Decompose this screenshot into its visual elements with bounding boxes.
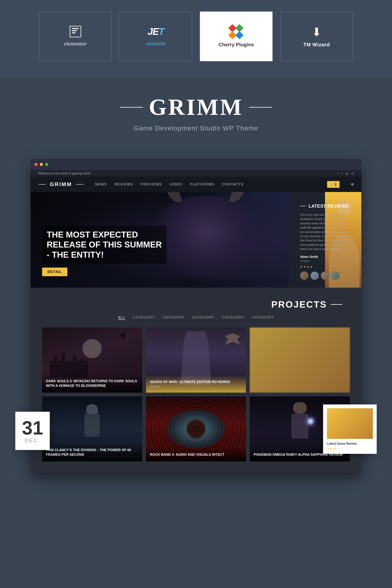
moon-circle (82, 339, 102, 358)
avatar-3[interactable] (321, 272, 329, 280)
browser-dot-yellow (40, 163, 43, 166)
nav-previews[interactable]: PREVIEWS (141, 182, 162, 186)
bat-silhouette (112, 331, 134, 350)
social-facebook[interactable]: f (338, 172, 338, 175)
right-preview-image (327, 408, 373, 439)
hero-subtitle: Game Development Studio WP Theme (15, 124, 377, 132)
warrior-figure (84, 404, 100, 436)
browser-dot-green (45, 163, 48, 166)
gears-name: GEARS OF WAR: ULTIMATE EDITION REVIEWED (150, 380, 242, 384)
floating-date-card: 31 DEC. (15, 412, 50, 450)
logo-line-right (76, 184, 84, 184)
tm-wizard-label: TM Wizard (304, 42, 330, 48)
elementor-plugin-card[interactable]: elementor (39, 12, 112, 61)
right-preview-stars: ★★★★☆ (327, 447, 373, 450)
dark-souls-overlay: DARK SOULS 3: MIYAZAKI RETURNS TO DARK S… (42, 374, 142, 392)
project-division[interactable]: TOM CLANCY'S THE DIVISION – THE POWER OF… (42, 396, 142, 462)
division-name: TOM CLANCY'S THE DIVISION – THE POWER OF… (46, 448, 138, 457)
project-rockband[interactable]: ROCK BAND 4: AUDIO AND VISUALS INTACT (146, 396, 246, 462)
date-number: 31 (22, 418, 43, 437)
site-menu: NEWS REVIEWS PREVIEWS VIDEO PLATFORMS CO… (95, 182, 316, 186)
cart-button[interactable]: 🛒 2 (327, 181, 340, 188)
dark-souls-name: DARK SOULS 3: MIYAZAKI RETURNS TO DARK S… (46, 379, 138, 388)
nav-platforms[interactable]: PLATFORMS (190, 182, 214, 186)
projects-grid: DARK SOULS 3: MIYAZAKI RETURNS TO DARK S… (42, 328, 350, 462)
hero-title-section: GRIMM Game Development Studio WP Theme (0, 76, 392, 147)
tm-download-icon: ⬇ (312, 25, 321, 39)
gears-category: Designar (150, 385, 242, 388)
cherry-plugins-card[interactable]: Cherry Plugins (200, 12, 272, 61)
site-welcome-bar: Welcome to the world of gaming news! f t… (30, 170, 362, 177)
cherry-label: Cherry Plugins (218, 42, 254, 48)
reviewer-name: Adam Smith (300, 255, 350, 258)
browser-toolbar (30, 159, 362, 170)
hero-divider: GRIMM (15, 96, 377, 119)
rockband-overlay: ROCK BAND 4: AUDIO AND VISUALS INTACT (146, 448, 246, 462)
hero-detail-button[interactable]: DETAIL (42, 268, 68, 276)
elementor-label: elementor (64, 40, 87, 47)
hero-line-left (120, 107, 143, 108)
gears-overlay: GEARS OF WAR: ULTIMATE EDITION REVIEWED … (146, 375, 246, 392)
project-gears[interactable]: GEARS OF WAR: ULTIMATE EDITION REVIEWED … (146, 328, 246, 392)
hero-slider: THE MOST EXPECTED RELEASE OF THIS SUMMER… (30, 192, 362, 288)
division-overlay: TOM CLANCY'S THE DIVISION – THE POWER OF… (42, 443, 142, 462)
projects-filter: ALL CATEGORY CATEGORY CATEGORY CATEGORY … (42, 316, 350, 320)
jet-icon: JET (148, 26, 164, 37)
social-instagram[interactable]: in (352, 172, 354, 175)
browser-dot-red (34, 163, 38, 166)
nav-contacts[interactable]: CONTACTS (222, 182, 244, 186)
site-logo[interactable]: GRIMM (38, 181, 84, 188)
filter-cat5[interactable]: CATEGORY (252, 316, 274, 320)
avatar-1[interactable] (300, 272, 308, 280)
logo-text: GRIMM (50, 181, 72, 188)
projects-title: PROJECTS (271, 299, 327, 310)
nav-news[interactable]: NEWS (95, 182, 107, 186)
jet-label: elements (146, 40, 166, 47)
filter-cat4[interactable]: CATEGORY (222, 316, 244, 320)
filter-cat2[interactable]: CATEGORY (163, 316, 185, 320)
projects-title-line (331, 304, 342, 305)
projects-header: PROJECTS (42, 299, 350, 310)
cart-count: 2 (335, 183, 336, 186)
filter-cat3[interactable]: CATEGORY (192, 316, 214, 320)
hero-content: THE MOST EXPECTED RELEASE OF THIS SUMMER… (42, 226, 166, 276)
rockband-name: ROCK BAND 4: AUDIO AND VISUALS INTACT (150, 452, 242, 457)
nav-video[interactable]: VIDEO (170, 182, 182, 186)
browser-mockup: Welcome to the world of gaming news! f t… (30, 159, 362, 473)
plugins-section: elementor JET elements Cherry Plugins ⬇ … (0, 0, 392, 76)
reviewer-avatars (300, 272, 350, 280)
hamburger-menu[interactable]: ≡ (351, 182, 354, 187)
avatar-2[interactable] (310, 272, 319, 280)
jet-elements-plugin-card[interactable]: JET elements (120, 12, 192, 61)
avatar-4[interactable] (331, 272, 340, 280)
filter-cat1[interactable]: CATEGORY (133, 316, 155, 320)
project-side-card (250, 328, 350, 392)
right-preview-card: Latest Game Review ★★★★☆ (323, 404, 377, 454)
right-preview-title: Latest Game Review (327, 442, 373, 446)
nav-reviews[interactable]: REVIEWS (114, 182, 133, 186)
website-preview: Welcome to the world of gaming news! f t… (30, 170, 362, 473)
project-dark-souls[interactable]: DARK SOULS 3: MIYAZAKI RETURNS TO DARK S… (42, 328, 142, 392)
projects-section: PROJECTS ALL CATEGORY CATEGORY CATEGORY … (30, 288, 362, 473)
site-welcome-text: Welcome to the world of gaming news! (38, 172, 91, 175)
filter-all[interactable]: ALL (118, 316, 125, 320)
reviews-body-text: Your story rings true in ultimate Editio… (300, 213, 350, 251)
reviewer-role: Designer (300, 259, 350, 262)
cherry-icon (230, 25, 243, 39)
social-google[interactable]: g+ (346, 172, 348, 175)
reviews-title-line (300, 206, 306, 206)
reviewer-rating: ★ ★ ★ ★ (300, 265, 350, 268)
reviews-card: LATEST REVIEWS Your story rings true in … (289, 192, 362, 288)
castle-silhouette (50, 350, 88, 377)
social-twitter[interactable]: t (342, 172, 342, 175)
mockup-section: 31 DEC. Welcome to the world of gaming n… (0, 147, 392, 488)
tm-wizard-card[interactable]: ⬇ TM Wizard (280, 12, 353, 61)
logo-line-left (38, 184, 46, 184)
date-month: DEC. (25, 437, 40, 444)
hero-title: GRIMM (149, 96, 243, 119)
hero-headline-text: THE MOST EXPECTED RELEASE OF THIS SUMMER… (42, 226, 166, 264)
pokemon-char (291, 402, 308, 438)
site-navigation: GRIMM NEWS REVIEWS PREVIEWS VIDEO PLATFO… (30, 177, 362, 192)
elementor-icon (70, 26, 81, 37)
hero-line-right (249, 107, 272, 108)
